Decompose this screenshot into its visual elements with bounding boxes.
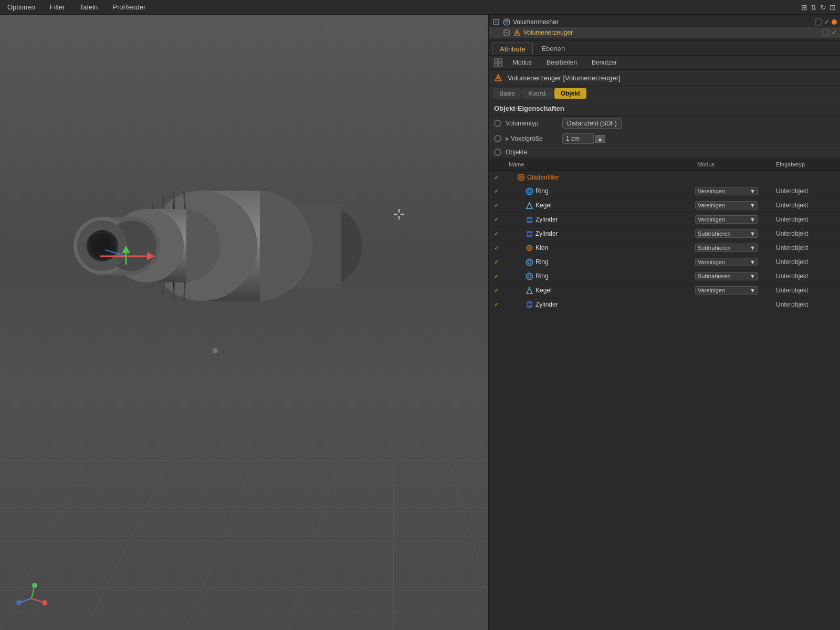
table-row[interactable]: ✓ Zylinder Vereinigen ▼	[489, 213, 840, 227]
object-title-icon	[493, 72, 503, 83]
svg-rect-61	[499, 59, 502, 62]
svg-point-58	[516, 32, 519, 34]
vis-icon-2[interactable]	[822, 29, 830, 36]
chevron-icon: ▶	[506, 136, 509, 141]
hierarchy-row-volumenerzeuger[interactable]: Volumenerzeuger ✓	[489, 27, 840, 38]
svg-point-77	[528, 260, 531, 264]
radio-objekte[interactable]	[494, 149, 501, 156]
table-row[interactable]: ✓ Zylinder Subtrahieren ▼	[489, 227, 840, 241]
table-row[interactable]: ✓ Ring Vereinigen ▼ Unterobjekt	[489, 255, 840, 269]
td-modus-4[interactable]: Subtrahieren ▼	[693, 228, 772, 239]
property-tabs: Basis Koord. Objekt	[489, 86, 840, 101]
td-check-3[interactable]: ✓	[489, 216, 505, 223]
td-check-0[interactable]: ✓	[489, 174, 505, 181]
modus-select-4[interactable]: Subtrahieren ▼	[695, 229, 758, 238]
td-check-7[interactable]: ✓	[489, 272, 505, 280]
row-label-2: Kegel	[536, 202, 552, 209]
refresh-icon[interactable]: ↻	[820, 3, 826, 12]
tab-objekt[interactable]: Objekt	[554, 88, 586, 99]
btn-bearbeiten[interactable]: Bearbeiten	[541, 58, 582, 67]
svg-point-76	[527, 259, 533, 265]
td-eingabe-4: Unterobjekt	[772, 229, 840, 238]
modus-select-3[interactable]: Vereinigen ▼	[695, 215, 758, 224]
prop-row-volumentyp: Volumentyp Distanzfeld (SDF)	[489, 116, 840, 131]
cylinder-icon	[526, 216, 533, 224]
value-volumentyp[interactable]: Distanzfeld (SDF)	[562, 118, 622, 129]
hierarchy-row-volumenmesher[interactable]: Volumenmesher ✓	[489, 17, 840, 27]
td-modus-8[interactable]: Vereinigen ▼	[693, 285, 772, 296]
tab-ebenen[interactable]: Ebenen	[534, 43, 572, 55]
clone-icon	[526, 244, 533, 252]
arrows-icon[interactable]: ⇅	[811, 3, 817, 12]
table-row[interactable]: ✓ Kegel Vereinigen ▼ Unterobjekt	[489, 198, 840, 213]
td-modus-3[interactable]: Vereinigen ▼	[693, 214, 772, 225]
btn-modus[interactable]: Modus	[508, 58, 537, 67]
axis-widget: X Y	[16, 583, 47, 614]
vis-icon-1[interactable]	[815, 18, 822, 26]
spinner-voxelgroesse[interactable]: ▲	[562, 133, 605, 144]
table-header: Name Modus Eingabetyp	[489, 159, 840, 171]
td-eingabe-0	[772, 176, 840, 178]
right-panel: Volumenmesher ✓	[488, 15, 840, 630]
table-row[interactable]: ✓ Kegel Vereinigen ▼ Unterobjekt	[489, 284, 840, 298]
layout-icon[interactable]: ⊞	[801, 3, 807, 12]
td-check-8[interactable]: ✓	[489, 287, 505, 294]
td-modus-1[interactable]: Vereinigen ▼	[693, 186, 772, 196]
cylinder-icon-3	[526, 300, 533, 308]
td-check-5[interactable]: ✓	[489, 244, 505, 251]
row-label-7: Ring	[536, 272, 549, 280]
tab-attribute[interactable]: Attribute	[492, 43, 533, 55]
td-check-4[interactable]: ✓	[489, 230, 505, 237]
svg-point-66	[527, 188, 533, 194]
table-row[interactable]: ✓ Glättenfilter	[489, 171, 840, 184]
volumenmesher-label: Volumenmesher	[513, 18, 559, 26]
viewport[interactable]: X Y	[0, 15, 488, 630]
td-check-6[interactable]: ✓	[489, 258, 505, 266]
cone-icon-2	[526, 287, 533, 295]
th-check	[489, 160, 505, 169]
modus-select-8[interactable]: Vereinigen ▼	[695, 286, 758, 295]
td-modus-2[interactable]: Vereinigen ▼	[693, 200, 772, 211]
td-modus-6[interactable]: Vereinigen ▼	[693, 257, 772, 267]
menu-prorender[interactable]: ProRender	[109, 2, 149, 12]
td-check-9[interactable]: ✓	[489, 301, 505, 308]
td-eingabe-1: Unterobjekt	[772, 186, 840, 196]
radio-volumentyp[interactable]	[494, 120, 501, 127]
td-name-0: Glättenfilter	[505, 172, 693, 182]
modus-select-7[interactable]: Subtrahieren ▼	[695, 272, 758, 280]
volume-mesh-icon	[502, 18, 511, 26]
td-name-6: Ring	[505, 257, 693, 267]
modus-select-2[interactable]: Vereinigen ▼	[695, 201, 758, 209]
spinner-input-voxelgroesse[interactable]	[562, 133, 594, 144]
spinner-up[interactable]: ▲	[595, 135, 605, 143]
svg-rect-63	[499, 63, 502, 66]
checkmark-7: ✓	[494, 272, 499, 280]
expand-icon-2	[502, 28, 511, 37]
td-name-1: Ring	[505, 186, 693, 196]
maximize-icon[interactable]: ⊡	[830, 3, 836, 12]
table-row[interactable]: ✓ Zylinder Unterobjekt	[489, 298, 840, 311]
modus-select-6[interactable]: Vereinigen ▼	[695, 258, 758, 266]
menu-filter[interactable]: Filter	[47, 2, 68, 12]
tab-koord[interactable]: Koord.	[522, 88, 553, 99]
menu-tafeln[interactable]: Tafeln	[77, 2, 101, 12]
label-voxelgroesse: ▶ Voxelgröße	[506, 135, 558, 142]
table-row[interactable]: ✓ Ring Subtrahieren ▼ Unterobjek	[489, 269, 840, 284]
btn-benutzer[interactable]: Benutzer	[586, 58, 622, 67]
menu-optionen[interactable]: Optionen	[4, 2, 38, 12]
table-row[interactable]: ✓ Ring Vereinigen ▼ Unterobjekt	[489, 184, 840, 198]
td-name-9: Zylinder	[505, 299, 693, 309]
properties-content: Volumentyp Distanzfeld (SDF) ▶ Voxelgröß…	[489, 116, 840, 159]
td-check-2[interactable]: ✓	[489, 202, 505, 209]
volume-gen-icon	[513, 28, 521, 37]
radio-voxelgroesse[interactable]	[494, 135, 501, 142]
td-modus-7[interactable]: Subtrahieren ▼	[693, 271, 772, 281]
tab-basis[interactable]: Basis	[493, 88, 521, 99]
td-name-3: Zylinder	[505, 215, 693, 225]
row-label-9: Zylinder	[536, 301, 558, 308]
td-modus-5[interactable]: Subtrahieren ▼	[693, 243, 772, 253]
modus-select-1[interactable]: Vereinigen ▼	[695, 187, 758, 195]
table-row[interactable]: ✓ Klon Subtrahieren ▼ Unterobjek	[489, 241, 840, 255]
td-check-1[interactable]: ✓	[489, 187, 505, 195]
modus-select-5[interactable]: Subtrahieren ▼	[695, 244, 758, 252]
